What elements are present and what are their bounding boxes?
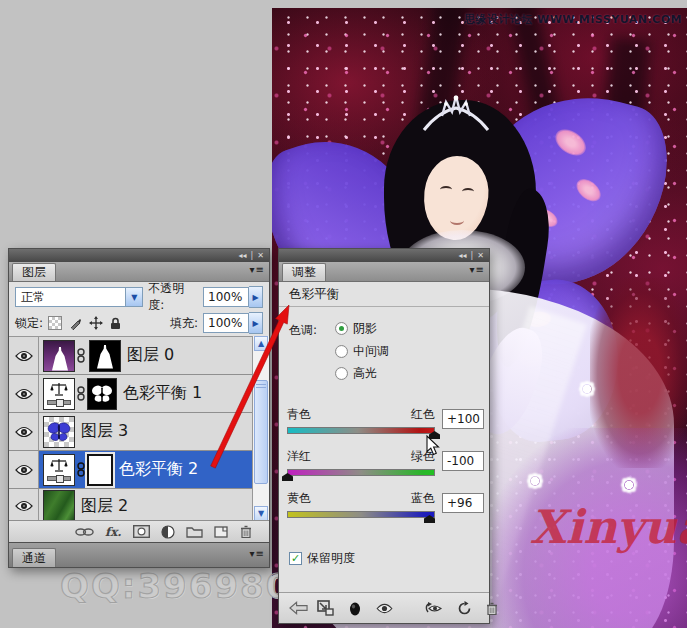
mask-thumbnail[interactable] (89, 340, 121, 372)
new-group-icon[interactable] (186, 525, 203, 538)
layers-scrollbar[interactable]: ▲ ▼ (252, 336, 269, 521)
butterfly-icon (90, 383, 114, 405)
scroll-down-icon[interactable]: ▼ (254, 506, 268, 521)
toggle-visibility-eye-icon[interactable] (369, 603, 399, 614)
layers-panel: ◂◂ | ✕ 图层 ▾≡ 正常 ▼ 不透明度: 100% ▶ 锁定: (8, 248, 270, 568)
layer-name: 图层 3 (81, 421, 128, 442)
lock-pixels-icon[interactable] (69, 317, 82, 330)
dropdown-arrow-icon[interactable]: ▼ (125, 288, 142, 306)
blend-mode-select[interactable]: 正常 ▼ (15, 287, 143, 307)
switch-panel-view-icon[interactable] (311, 600, 341, 616)
collapse-icon[interactable]: ◂◂ (459, 251, 467, 260)
add-mask-icon[interactable] (133, 525, 150, 538)
lock-transparency-icon[interactable] (48, 316, 62, 330)
radio-icon[interactable] (335, 367, 348, 380)
radio-selected-icon[interactable] (335, 322, 348, 335)
visibility-toggle[interactable] (9, 451, 39, 488)
tone-option-midtones[interactable]: 中间调 (335, 343, 389, 360)
tab-channels[interactable]: 通道 (12, 548, 56, 567)
magenta-green-slider[interactable]: 洋红 绿色 (287, 448, 435, 476)
fill-spinner-icon[interactable]: ▶ (249, 312, 263, 334)
layer-name: 图层 0 (127, 345, 174, 366)
close-icon[interactable]: ✕ (477, 251, 484, 260)
butterfly-icon (46, 420, 72, 444)
visibility-toggle[interactable] (9, 413, 39, 450)
tab-layers[interactable]: 图层 (12, 263, 56, 281)
panel-menu-icon[interactable]: ▾≡ (250, 264, 265, 275)
link-icon (77, 386, 85, 401)
cyan-red-slider[interactable]: 青色 红色 (287, 406, 435, 434)
tiara (418, 94, 494, 136)
link-icon (77, 462, 85, 477)
opacity-input[interactable]: 100% (203, 287, 249, 307)
collapse-icon[interactable]: ◂◂ (239, 251, 247, 260)
return-to-adjustment-list-icon[interactable] (285, 601, 311, 615)
new-layer-icon[interactable] (214, 525, 229, 538)
cyan-label: 青色 (287, 406, 311, 423)
link-layers-icon[interactable] (75, 527, 94, 537)
fill-label: 填充: (170, 315, 198, 332)
view-previous-state-icon[interactable] (415, 602, 449, 615)
eye-icon (15, 426, 33, 438)
adjustment-layer-thumbnail[interactable] (43, 454, 75, 486)
fill-input[interactable]: 100% (203, 313, 249, 333)
layer-row[interactable]: 图层 2 (9, 489, 253, 521)
link-icon (77, 348, 85, 363)
visibility-toggle[interactable] (9, 375, 39, 412)
lock-all-icon[interactable] (110, 317, 121, 330)
layer-list: 图层 0 色彩平衡 1 (9, 336, 253, 521)
opacity-label: 不透明度: (148, 280, 198, 314)
clip-to-layer-icon[interactable] (341, 601, 369, 616)
delete-layer-icon[interactable] (240, 525, 252, 538)
color-balance-scales-icon (49, 458, 69, 474)
green-label: 绿色 (411, 448, 435, 465)
panel-menu-icon[interactable]: ▾≡ (250, 548, 265, 559)
magenta-label: 洋红 (287, 448, 311, 465)
yellow-blue-value-input[interactable]: +96 (442, 493, 484, 513)
layer-thumbnail[interactable] (43, 416, 75, 448)
tone-option-highlights[interactable]: 高光 (335, 365, 377, 382)
tone-option-shadows[interactable]: 阴影 (335, 320, 377, 337)
scrollbar-thumb[interactable] (254, 380, 268, 484)
photoshop-workspace: 思缘设计论坛 WWW.MISSYUAN.COM Xinyuan QQ:39698… (0, 0, 687, 628)
yellow-blue-slider[interactable]: 黄色 蓝色 (287, 490, 435, 518)
layer-row[interactable]: 图层 0 (9, 337, 253, 375)
tab-adjustments[interactable]: 调整 (282, 263, 326, 281)
radio-icon[interactable] (335, 345, 348, 358)
layer-thumbnail[interactable] (43, 340, 75, 372)
visibility-toggle[interactable] (9, 337, 39, 374)
panel-menu-icon[interactable]: ▾≡ (470, 264, 485, 275)
layer-row-selected[interactable]: 色彩平衡 2 (9, 451, 253, 489)
eye-icon (15, 500, 33, 512)
delete-adjustment-icon[interactable] (479, 602, 505, 615)
checkbox-checked-icon[interactable]: ✓ (289, 552, 302, 565)
reset-icon[interactable] (449, 601, 479, 616)
preserve-luminosity-checkbox[interactable]: ✓ 保留明度 (289, 550, 355, 567)
magenta-green-value-input[interactable]: -100 (442, 451, 484, 471)
yellow-label: 黄色 (287, 490, 311, 507)
close-icon[interactable]: ✕ (257, 251, 264, 260)
tone-label: 色调: (289, 322, 317, 339)
red-label: 红色 (411, 406, 435, 423)
eye-icon (15, 464, 33, 476)
layer-thumbnail[interactable] (43, 490, 75, 521)
layer-name: 色彩平衡 2 (119, 459, 198, 480)
layer-name: 色彩平衡 1 (123, 383, 202, 404)
opacity-spinner-icon[interactable]: ▶ (249, 286, 263, 308)
new-adjustment-icon[interactable] (161, 525, 175, 539)
layer-row[interactable]: 图层 3 (9, 413, 253, 451)
mask-thumbnail[interactable] (87, 378, 117, 410)
cyan-red-value-input[interactable]: +100 (442, 409, 484, 429)
eye-icon (15, 388, 33, 400)
adjustment-layer-thumbnail[interactable] (43, 378, 75, 410)
red-watermark: Xinyuan (530, 500, 687, 554)
layer-style-icon[interactable]: fx. (105, 525, 122, 539)
layer-row[interactable]: 色彩平衡 1 (9, 375, 253, 413)
panel-title-bar: ◂◂ | ✕ (279, 249, 489, 262)
mask-thumbnail-selected[interactable] (87, 454, 113, 486)
eye-icon (15, 350, 33, 362)
lock-position-icon[interactable] (89, 316, 103, 330)
scroll-up-icon[interactable]: ▲ (254, 336, 268, 351)
visibility-toggle[interactable] (9, 489, 39, 521)
site-watermark: 思缘设计论坛 WWW.MISSYUAN.COM (464, 12, 682, 27)
